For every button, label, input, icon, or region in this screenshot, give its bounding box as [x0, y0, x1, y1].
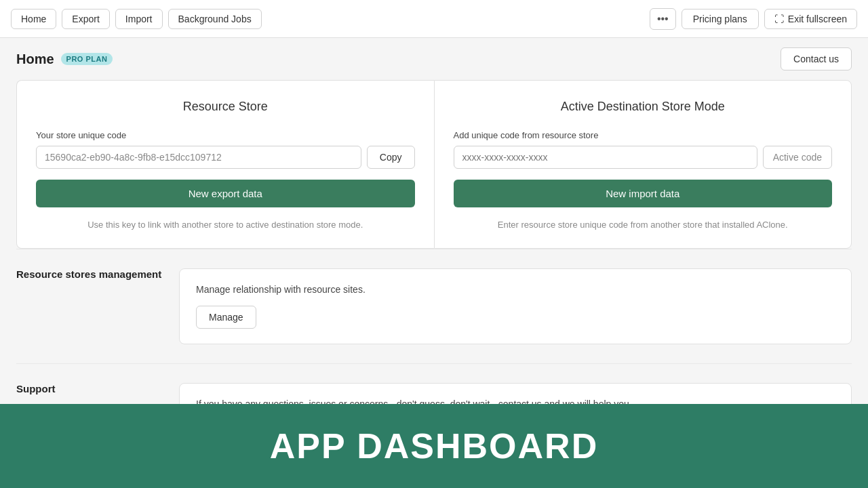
destination-store-card: Active Destination Store Mode Add unique…: [434, 80, 852, 249]
page-header-left: Home PRO PLAN: [16, 52, 113, 67]
manage-button[interactable]: Manage: [196, 306, 256, 329]
resource-management-content: Manage relationship with resource sites.…: [179, 268, 852, 344]
pricing-plans-button[interactable]: Pricing plans: [682, 9, 759, 29]
contact-us-button[interactable]: Contact us: [781, 47, 852, 70]
resource-management-section: Resource stores management Manage relati…: [16, 249, 852, 363]
support-label: Support: [16, 383, 179, 394]
exit-fullscreen-icon: ⛶: [774, 14, 784, 24]
footer-banner-text: APP DASHBOARD: [22, 426, 846, 466]
top-nav: Home Export Import Background Jobs ••• P…: [0, 0, 868, 38]
new-import-data-button[interactable]: New import data: [454, 180, 833, 207]
pro-plan-badge: PRO PLAN: [61, 53, 113, 65]
more-options-button[interactable]: •••: [650, 8, 676, 30]
destination-store-title: Active Destination Store Mode: [454, 100, 833, 114]
resource-store-card: Resource Store Your store unique code Co…: [16, 80, 434, 249]
store-code-label: Your store unique code: [36, 130, 415, 140]
background-jobs-nav-button[interactable]: Background Jobs: [168, 9, 262, 29]
page-title: Home: [16, 52, 54, 67]
unique-code-input-row: Active code: [454, 146, 833, 169]
destination-store-note: Enter resource store unique code from an…: [454, 218, 833, 232]
resource-management-label: Resource stores management: [16, 268, 179, 280]
nav-right: ••• Pricing plans ⛶ Exit fullscreen: [650, 8, 857, 30]
unique-code-input[interactable]: [454, 146, 757, 169]
export-nav-button[interactable]: Export: [62, 9, 109, 29]
exit-fullscreen-button[interactable]: ⛶ Exit fullscreen: [764, 9, 857, 29]
resource-store-note: Use this key to link with another store …: [36, 218, 415, 232]
store-code-input-row: Copy: [36, 146, 415, 169]
resource-management-desc: Manage relationship with resource sites.: [196, 284, 835, 295]
unique-code-label: Add unique code from resource store: [454, 130, 833, 140]
exit-fullscreen-label: Exit fullscreen: [788, 14, 847, 24]
footer-banner: APP DASHBOARD: [0, 404, 868, 488]
import-nav-button[interactable]: Import: [115, 9, 163, 29]
resource-store-title: Resource Store: [36, 100, 415, 114]
copy-button[interactable]: Copy: [367, 146, 415, 169]
store-code-input[interactable]: [36, 146, 361, 169]
active-code-button[interactable]: Active code: [763, 146, 832, 169]
page-header: Home PRO PLAN Contact us: [0, 38, 868, 80]
home-nav-button[interactable]: Home: [11, 9, 56, 29]
new-export-data-button[interactable]: New export data: [36, 180, 415, 207]
cards-row: Resource Store Your store unique code Co…: [16, 80, 852, 249]
